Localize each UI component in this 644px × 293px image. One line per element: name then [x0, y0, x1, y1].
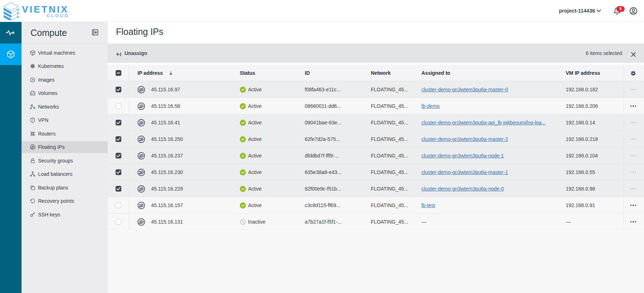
svg-text:IP: IP	[139, 170, 143, 174]
svg-text:IP: IP	[139, 120, 143, 124]
svg-text:IP: IP	[139, 87, 143, 91]
svg-text:IP: IP	[139, 153, 143, 157]
svg-text:IP: IP	[139, 186, 143, 191]
svg-text:IP: IP	[139, 219, 143, 224]
svg-text:IP: IP	[139, 104, 143, 108]
svg-text:IP: IP	[32, 146, 34, 148]
svg-text:IP: IP	[139, 203, 143, 207]
svg-text:IP: IP	[139, 137, 143, 141]
